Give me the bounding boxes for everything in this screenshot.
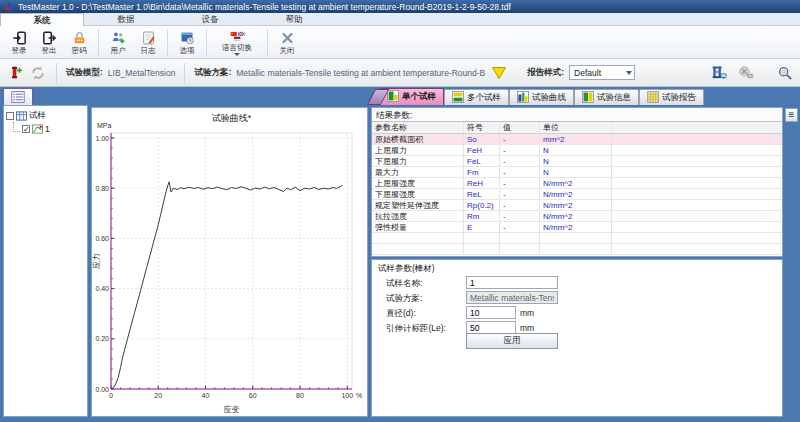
- toolbar-separator: [184, 63, 185, 83]
- table-row[interactable]: 抗拉强度Rm-N/mm^2: [372, 211, 782, 222]
- cell: E: [464, 222, 500, 232]
- single-specimen-icon: [387, 90, 399, 104]
- menu-tab-帮助[interactable]: 帮助: [252, 13, 336, 26]
- results-menu-button[interactable]: ≡: [785, 108, 798, 122]
- menu-tab-数据[interactable]: 数据: [84, 13, 168, 26]
- tab-label: 试验报告: [662, 92, 696, 104]
- specimen-name-input[interactable]: [466, 276, 558, 289]
- cell: -: [500, 178, 540, 188]
- title-bar: TestMaster 1.0 - D:\TestMaster 1.0\Bin\d…: [0, 0, 800, 13]
- apply-button[interactable]: 应用: [466, 333, 558, 349]
- cell: -: [500, 211, 540, 221]
- table-row[interactable]: 规定塑性延伸强度Rp(0.2)-N/mm^2: [372, 200, 782, 211]
- add-specimen-icon[interactable]: [6, 64, 24, 82]
- curve-icon: [517, 91, 529, 105]
- options-button[interactable]: 选项: [172, 27, 202, 58]
- test-model-value: LIB_MetalTension: [108, 68, 176, 78]
- list-icon: [11, 91, 25, 103]
- info-icon: [582, 91, 594, 105]
- chevron-down-icon: [234, 53, 240, 56]
- test-scheme-input[interactable]: [466, 291, 558, 304]
- cell: -: [500, 134, 540, 144]
- language-switch-button[interactable]: 语言切换: [211, 27, 263, 58]
- test-scheme-label: 试验方案:: [386, 293, 422, 305]
- results-header-row: 参数名称符号值单位: [372, 122, 782, 134]
- chart-panel: 0204060801000.000.200.400.600.801.00试验曲线…: [91, 107, 368, 417]
- cell: FeL: [464, 156, 500, 166]
- cell: -: [500, 222, 540, 232]
- cell: [612, 233, 782, 243]
- cell: -: [500, 156, 540, 166]
- search-settings-icon[interactable]: [776, 64, 794, 82]
- table-row[interactable]: 下屈服力FeL-N: [372, 156, 782, 167]
- close-button[interactable]: 关闭: [272, 27, 302, 58]
- tab-test-info[interactable]: 试验信息: [574, 89, 639, 105]
- report-style-select[interactable]: Default: [569, 65, 635, 80]
- refresh-icon[interactable]: [29, 64, 47, 82]
- ribbon-button-label: 用户: [111, 47, 126, 54]
- cell: -: [500, 189, 540, 199]
- login-icon: [11, 31, 28, 46]
- table-row[interactable]: 下屈服强度ReL-N/mm^2: [372, 189, 782, 200]
- cell: -: [500, 145, 540, 155]
- cell: [612, 189, 782, 199]
- menu-tab-系统[interactable]: 系统: [0, 13, 84, 26]
- tab-label: 单个试样: [402, 91, 436, 103]
- results-table: 参数名称符号值单位原始横截面积So-mm^2上屈服力FeH-N下屈服力FeL-N…: [372, 122, 782, 255]
- specimen-root-checkbox[interactable]: [6, 112, 14, 120]
- ribbon-button-label: 密码: [72, 47, 87, 54]
- tab-test-report[interactable]: 试验报告: [639, 89, 704, 105]
- cell: [540, 244, 612, 254]
- cell: 上屈服强度: [372, 178, 464, 188]
- tab-test-curve[interactable]: 试验曲线: [509, 89, 574, 105]
- password-button[interactable]: 密码: [64, 27, 94, 58]
- cell: 最大力: [372, 167, 464, 177]
- cell: -: [500, 200, 540, 210]
- cell: [372, 244, 464, 254]
- menu-tab-设备[interactable]: 设备: [168, 13, 252, 26]
- log-button[interactable]: 日志: [133, 27, 163, 58]
- cell: [500, 233, 540, 243]
- ribbon-button-label: 日志: [141, 47, 156, 54]
- cell: Rp(0.2): [464, 200, 500, 210]
- tab-multi-specimen[interactable]: 多个试样: [444, 89, 509, 105]
- extensometer-gauge-label: 引伸计标距(Le):: [386, 323, 446, 335]
- disconnect-icon[interactable]: [735, 64, 757, 82]
- svg-text:0.60: 0.60: [95, 235, 109, 242]
- table-row[interactable]: 上屈服力FeH-N: [372, 145, 782, 156]
- tree-item-specimen-1[interactable]: ✓ 1: [6, 122, 85, 135]
- window-title: TestMaster 1.0 - D:\TestMaster 1.0\Bin\d…: [18, 2, 511, 12]
- ribbon-button-label: 登出: [42, 47, 57, 54]
- cell: 规定塑性延伸强度: [372, 200, 464, 210]
- scheme-warning-icon[interactable]: [490, 64, 508, 82]
- svg-text:0: 0: [109, 392, 113, 399]
- diameter-input[interactable]: [466, 306, 516, 319]
- ribbon-button-label: 登录: [12, 47, 27, 54]
- tree-root-specimen[interactable]: 试样: [6, 109, 85, 122]
- svg-text:100: 100: [341, 392, 353, 399]
- users-button[interactable]: 用户: [103, 27, 133, 58]
- specimen-1-checkbox[interactable]: ✓: [22, 125, 30, 133]
- test-scheme-label: 试验方案:: [194, 67, 231, 79]
- cell: [500, 244, 540, 254]
- cell: 原始横截面积: [372, 134, 464, 144]
- cell: FeH: [464, 145, 500, 155]
- cell: N/mm^2: [540, 211, 612, 221]
- svg-text:应变: 应变: [224, 405, 240, 414]
- table-row[interactable]: 上屈服强度ReH-N/mm^2: [372, 178, 782, 189]
- log-icon: [140, 31, 157, 46]
- login-button[interactable]: 登录: [4, 27, 34, 58]
- tree-item-label: 1: [45, 124, 50, 134]
- cell: 值: [500, 122, 540, 133]
- tab-single-specimen[interactable]: 单个试样: [379, 88, 444, 105]
- table-row[interactable]: 弹性模量E-N/mm^2: [372, 222, 782, 233]
- table-row-empty[interactable]: [372, 244, 782, 255]
- table-row-empty[interactable]: [372, 233, 782, 244]
- logout-button[interactable]: 登出: [34, 27, 64, 58]
- specimen-list-tab[interactable]: [3, 88, 33, 105]
- machine-connect-icon[interactable]: [708, 64, 730, 82]
- table-row[interactable]: 最大力Fm-N: [372, 167, 782, 178]
- table-row[interactable]: 原始横截面积So-mm^2: [372, 134, 782, 145]
- report-style-value: Default: [574, 68, 601, 78]
- cell: So: [464, 134, 500, 144]
